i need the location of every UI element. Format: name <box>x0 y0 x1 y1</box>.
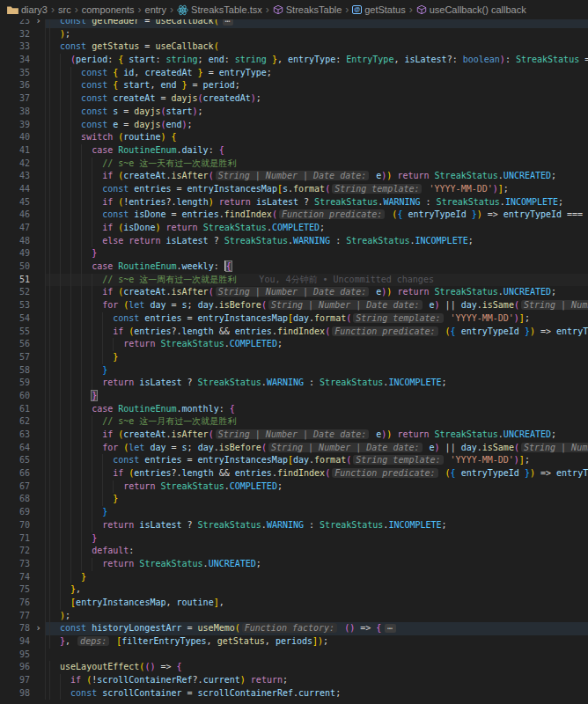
code-line[interactable]: 52if (createAt.isAfter(String | Number |… <box>0 286 588 299</box>
code-line[interactable]: 50case RoutineEnum.weekly: { <box>0 260 588 274</box>
indent-guides <box>49 674 70 687</box>
code-line-content: const getHeader = useCallback(⋯ <box>45 19 588 28</box>
code-token: format <box>314 313 346 323</box>
code-line[interactable]: 38const s = dayjs(start); <box>0 106 588 119</box>
code-line[interactable]: 47if (isDone) return StreakStatus.COMPLE… <box>0 222 588 235</box>
breadcrumb-item-entry[interactable]: entry <box>145 4 166 15</box>
code-line[interactable]: 49} <box>0 247 588 260</box>
code-line[interactable]: 71} <box>0 532 588 546</box>
code-line[interactable]: 66if (entries?.length && entries.findInd… <box>0 467 588 480</box>
breadcrumb-item-components[interactable]: components <box>82 4 135 15</box>
code-line[interactable]: 56return StreakStatus.COMPLETED; <box>0 338 588 351</box>
indent-guides <box>49 661 60 674</box>
code-line[interactable]: 67return StreakStatus.COMPLETED; <box>0 480 588 494</box>
breadcrumb-item-streakstable[interactable]: StreaksTable <box>273 4 342 15</box>
code-editor[interactable]: 23›const getHeader = useCallback(⋯32);33… <box>0 19 588 704</box>
code-token: scrollContainer <box>102 688 181 698</box>
indent-guides <box>49 493 113 506</box>
code-line[interactable]: 43if (createAt.isAfter(String | Number |… <box>0 170 588 183</box>
code-line[interactable]: 64for (let day = s; day.isBefore(String … <box>0 442 588 455</box>
code-token: ; <box>187 443 198 452</box>
code-token: } <box>467 209 477 219</box>
code-token: StreakStatus <box>203 223 267 232</box>
code-token: createAt <box>123 429 165 439</box>
code-line[interactable]: 35const { id, createdAt } = entryType; <box>0 67 588 80</box>
code-line[interactable]: 60} <box>0 390 588 403</box>
code-token: else <box>102 236 129 246</box>
code-line[interactable]: 58} <box>0 364 588 378</box>
code-token: StreakStatus <box>160 339 224 348</box>
breadcrumb-item-diary3[interactable]: diary3 <box>7 4 48 15</box>
code-line[interactable]: 97if (!scrollContainerRef?.current) retu… <box>0 674 588 687</box>
code-token: ( <box>346 455 351 465</box>
code-token: ; <box>277 339 283 348</box>
code-token: const <box>60 41 92 51</box>
code-token: , <box>65 636 76 646</box>
code-line[interactable]: 65const entries = entryInstancesMap[day.… <box>0 454 588 467</box>
code-line[interactable]: 39const e = dayjs(end); <box>0 119 588 132</box>
code-token: const <box>81 106 113 116</box>
code-line[interactable]: 53for (let day = s; day.isBefore(String … <box>0 299 588 312</box>
code-line[interactable]: 62// s~e 这一月有过一次就是胜利 <box>0 415 588 429</box>
code-line[interactable]: 48else return isLatest ? StreakStatus.WA… <box>0 235 588 248</box>
code-token: isDone <box>134 209 165 219</box>
code-token: ; <box>558 197 563 207</box>
code-line[interactable]: 23›const getHeader = useCallback(⋯ <box>0 19 588 28</box>
code-line[interactable]: 51// s~e 这一周有过一次就是胜利You, 4分钟前 • Uncommit… <box>0 274 588 287</box>
code-line[interactable]: 95 <box>0 649 588 662</box>
code-token: isAfter <box>172 171 209 180</box>
code-line[interactable]: 54const entries = entryInstancesMap[day.… <box>0 312 588 326</box>
code-line[interactable]: 94}, deps: [filterEntryTypes, getStatus,… <box>0 635 588 649</box>
code-line-content: for (let day = s; day.isBefore(String | … <box>45 299 588 312</box>
fold-column <box>32 493 45 506</box>
breadcrumb-item-usecallback-callback[interactable]: useCallback() callback <box>416 4 526 15</box>
fold-chevron-icon[interactable]: › <box>32 622 45 635</box>
code-line[interactable]: 75}, <box>0 583 588 597</box>
gutter-line-number: 40 <box>0 131 32 144</box>
code-token: if <box>70 675 86 685</box>
code-line[interactable]: 46const isDone = entries.findIndex(Funct… <box>0 209 588 222</box>
code-token: } <box>113 494 118 503</box>
fold-column <box>32 532 45 546</box>
code-line[interactable]: 45if (!entries?.length) return isLatest … <box>0 196 588 209</box>
code-line[interactable]: 73return StreakStatus.UNCREATED; <box>0 558 588 571</box>
fold-chevron-icon[interactable]: › <box>32 19 45 28</box>
code-line[interactable]: 76[entryInstancesMap, routine], <box>0 597 588 610</box>
code-token: findIndex <box>277 468 325 478</box>
code-line[interactable]: 69} <box>0 506 588 519</box>
code-line[interactable]: 72default: <box>0 545 588 558</box>
code-line[interactable]: 70return isLatest ? StreakStatus.WARNING… <box>0 519 588 532</box>
code-line[interactable]: 37const createAt = dayjs(createdAt); <box>0 92 588 106</box>
code-line[interactable]: 77); <box>0 610 588 623</box>
code-line[interactable]: 55if (entries?.length && entries.findInd… <box>0 326 588 339</box>
folded-code-ellipsis[interactable]: ⋯ <box>385 624 395 633</box>
code-line[interactable]: 59return isLatest ? StreakStatus.WARNING… <box>0 377 588 390</box>
code-token: string <box>165 55 197 64</box>
breadcrumb-item-streakstable-tsx[interactable]: StreaksTable.tsx <box>177 4 262 16</box>
code-line[interactable]: 41case RoutineEnum.daily: { <box>0 144 588 158</box>
breadcrumb-item-getstatus[interactable]: @getStatus <box>352 4 405 15</box>
code-token: day <box>461 443 477 452</box>
code-line[interactable]: 57} <box>0 351 588 364</box>
code-line[interactable]: 42// s~e 这一天有过一次就是胜利 <box>0 158 588 171</box>
code-line[interactable]: 61case RoutineEnum.monthly: { <box>0 403 588 416</box>
code-line[interactable]: 74} <box>0 571 588 584</box>
code-token: isLatest <box>165 236 208 246</box>
code-token: start <box>123 80 150 90</box>
code-line[interactable]: 78›const historyLongestArr = useMemo(Fun… <box>0 622 588 635</box>
code-line[interactable]: 34(period: { start: string; end: string … <box>0 54 588 67</box>
folded-code-ellipsis[interactable]: ⋯ <box>223 19 233 26</box>
fold-column <box>32 687 45 700</box>
code-line[interactable]: 68} <box>0 493 588 506</box>
code-line[interactable]: 40switch (routine) { <box>0 131 588 144</box>
code-line[interactable]: 44const entries = entryInstancesMap[s.fo… <box>0 183 588 196</box>
code-token: isLatest <box>404 55 446 64</box>
code-line[interactable]: 63if (createAt.isAfter(String | Number |… <box>0 429 588 442</box>
code-line[interactable]: 36const { start, end } = period; <box>0 79 588 92</box>
code-line[interactable]: 32); <box>0 28 588 41</box>
code-line[interactable]: 98const scrollContainer = scrollContaine… <box>0 687 588 700</box>
breadcrumb-item-src[interactable]: src <box>58 4 71 15</box>
code-line[interactable]: 96useLayoutEffect(() => { <box>0 661 588 674</box>
code-line[interactable]: 33const getStatus = useCallback( <box>0 40 588 54</box>
code-token: return <box>102 520 139 530</box>
